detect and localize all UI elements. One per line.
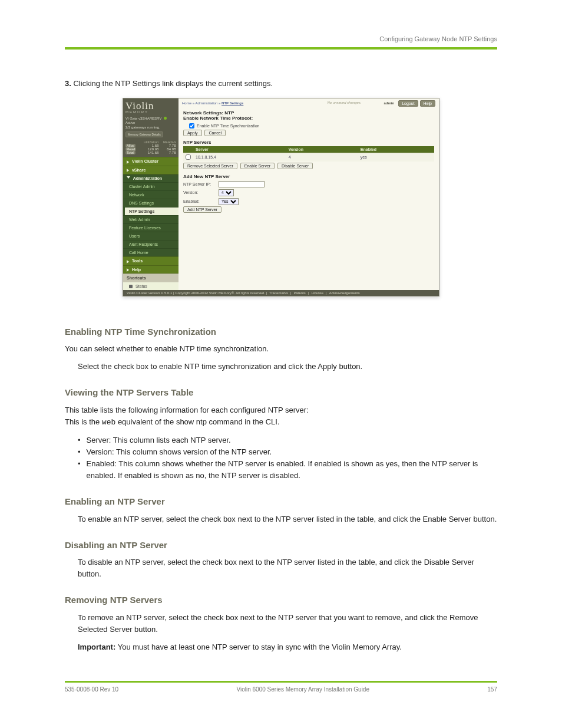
cancel-button[interactable]: Cancel [204,130,226,136]
row-select-checkbox[interactable] [186,154,191,160]
caret-right-icon [127,160,129,164]
sidebar-group-tools[interactable]: Tools [123,256,178,265]
ntp-servers-table: Server Version Enabled 10.1.8.15.4 4 yes [183,146,434,162]
logo-block: Violin MEMORY [123,98,178,115]
sidebar-shortcut-label: Status [135,284,147,288]
page-title: Network Settings: NTP [183,110,434,116]
section-view-table: Viewing the NTP Servers Table [65,386,497,399]
crumb-ntp[interactable]: NTP Settings [222,101,243,105]
sidebar-item-call-home[interactable]: Call Home [123,248,178,256]
row-server: 10.1.8.15.4 [193,153,286,162]
page-footer: 535-0008-00 Rev 10 Violin 6000 Series Me… [65,681,497,693]
apply-button[interactable]: Apply [183,130,202,136]
sidebar-item-feature-licenses[interactable]: Feature Licenses [123,223,178,232]
table-row: 10.1.8.15.4 4 yes [183,153,434,162]
caret-right-icon [127,268,129,272]
body-text: This table lists the following informati… [65,404,497,429]
help-button[interactable]: Help [420,100,435,107]
label-ntp-ip: NTP Server IP: [183,182,219,186]
crumb-home[interactable]: Home [182,101,191,105]
sidebar-item-cluster-admin[interactable]: Cluster Admin [123,182,178,190]
sidebar-item-web-admin[interactable]: Web Admin [123,215,178,223]
document-body: Enabling NTP Time Synchronization You ca… [65,325,497,653]
caret-right-icon [127,260,129,263]
caret-down-icon [127,176,130,180]
status-dot-icon [164,117,167,120]
top-rule [65,47,497,50]
ntp-version-select[interactable]: 4 [219,189,234,196]
sidebar-item-dns-settings[interactable]: DNS Settings [123,199,178,207]
logout-button[interactable]: Logout [398,100,418,107]
label-ntp-version: Version: [183,190,219,195]
status-icon [129,285,133,288]
bullet-item: Server: This column lists each NTP serve… [78,434,497,446]
sidebar-item-network[interactable]: Network [123,190,178,199]
footer-link-patents[interactable]: Patents [293,291,305,295]
page-header-title: Configuring Gateway Node NTP Settings [379,35,497,42]
main-panel: Home » Administration » NTP Settings No … [178,98,439,290]
bullet-item: Enabled: This column shows whether the N… [78,458,497,482]
sidebar-group-label: Violin Cluster [132,159,158,163]
logo-text: Violin [125,101,176,111]
important-note: Important: You must have at least one NT… [78,641,497,653]
sidebar-shortcuts-header: Shortcuts [123,274,178,282]
sidebar-group-label: Administration [133,176,162,180]
status-message: No unsaved changes. [327,101,361,104]
app-footer: Violin Cluster version D.5.0.1 | Copyrig… [123,290,439,296]
gw-name: VI Gate v3SHARESRV [125,117,161,120]
add-ntp-title: Add New NTP Server [183,174,434,179]
sidebar-item-users[interactable]: Users [123,232,178,240]
ntp-enabled-select[interactable]: Yes [219,198,239,205]
sidebar-group-vshare[interactable]: vShare [123,166,178,174]
section-enable-server: Enabling an NTP Server [65,495,497,508]
intro-step: 3. Clicking the NTP Settings link displa… [65,78,497,90]
sidebar-group-help[interactable]: Help [123,265,178,274]
footer-center: Violin 6000 Series Memory Array Installa… [237,686,369,693]
crumb-admin[interactable]: Administration [195,101,217,105]
footer-right: 157 [487,686,497,693]
metric-val: 141.68 [140,151,159,154]
gateway-details-button[interactable]: Memory Gateway Details [125,131,163,138]
gw-count: 2/2 gateways running. [125,126,176,130]
col-version: Version [286,146,358,153]
step-number: 3. [65,79,71,88]
row-version: 4 [286,153,358,162]
footer-link-trademarks[interactable]: Trademarks [269,291,288,295]
label-ntp-enabled: Enabled: [183,199,219,203]
disable-server-button[interactable]: Disable Server [277,163,313,169]
row-enabled: yes [358,153,434,162]
sidebar-item-ntp-settings[interactable]: NTP Settings [123,207,178,215]
sidebar-group-administration[interactable]: Administration [123,174,178,183]
enable-ntp-checkbox[interactable] [189,123,194,129]
ntp-ip-input[interactable] [219,181,265,187]
enable-server-button[interactable]: Enable Server [240,163,275,169]
sidebar-group-violin-cluster[interactable]: Violin Cluster [123,157,178,165]
add-ntp-server-button[interactable]: Add NTP Server [183,206,222,213]
sidebar-item-alert-recipients[interactable]: Alert Recipients [123,240,178,248]
sidebar: Violin MEMORY VI Gate v3SHARESRV Active … [123,98,178,290]
col-enabled: Enabled [358,146,434,153]
metric-val: 7.7B [159,151,177,154]
gw-active: Active [125,121,176,126]
caret-right-icon [127,169,129,172]
footer-link-acknowledgements[interactable]: Acknowledgements [329,291,360,295]
metric-row-label: Total [125,151,135,154]
page-subtitle: Enable Network Time Protocol: [183,116,434,121]
topbar: Home » Administration » NTP Settings No … [178,98,439,107]
footer-link-license[interactable]: License [311,291,323,295]
footer-left: 535-0008-00 Rev 10 [65,686,118,693]
bottom-rule [65,681,497,683]
remove-server-button[interactable]: Remove Selected Server [183,163,237,169]
ntp-servers-title: NTP Servers [183,140,434,145]
gateway-status: VI Gate v3SHARESRV Active 2/2 gateways r… [123,115,178,140]
sidebar-shortcut-status[interactable]: Status [123,282,178,290]
bullet-item: Version: This column shows version of th… [78,446,497,458]
body-text: To enable an NTP server, select the chec… [78,513,497,525]
body-text: You can select whether to enable NTP tim… [65,343,497,355]
sidebar-group-label: Tools [132,259,143,263]
breadcrumb: Home » Administration » NTP Settings [182,101,243,105]
document-page: Configuring Gateway Node NTP Settings 3.… [0,0,562,728]
step-text: Clicking the NTP Settings link displays … [73,79,273,88]
current-user: admin [384,101,395,105]
section-disable-server: Disabling an NTP Server [65,538,497,552]
